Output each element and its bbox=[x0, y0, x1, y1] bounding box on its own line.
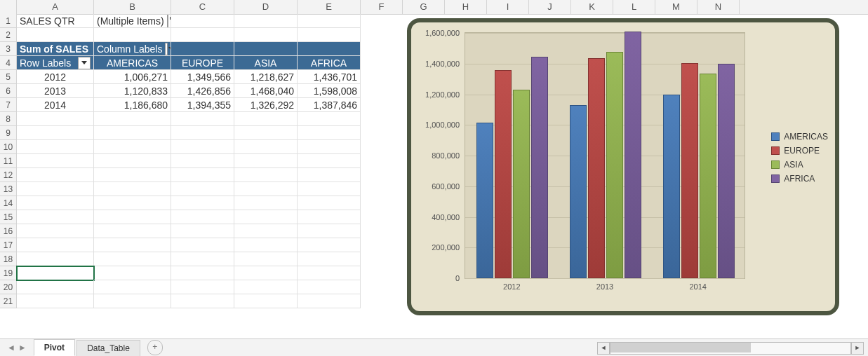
cell[interactable] bbox=[234, 140, 298, 154]
cell[interactable] bbox=[94, 28, 171, 42]
cell[interactable] bbox=[298, 238, 361, 252]
pivot-value[interactable]: 1,394,355 bbox=[171, 98, 234, 112]
cell[interactable] bbox=[234, 280, 298, 294]
cell[interactable] bbox=[171, 126, 234, 140]
cell[interactable] bbox=[94, 126, 171, 140]
cell[interactable] bbox=[298, 224, 361, 238]
col-header-D[interactable]: D bbox=[234, 0, 298, 14]
row-header[interactable]: 2 bbox=[0, 28, 17, 42]
filter-dropdown-icon[interactable] bbox=[167, 15, 168, 27]
cell[interactable] bbox=[298, 154, 361, 168]
col-header-G[interactable]: G bbox=[403, 0, 445, 14]
row-dropdown-icon[interactable] bbox=[78, 57, 91, 69]
cell[interactable] bbox=[298, 196, 361, 210]
scroll-thumb[interactable] bbox=[610, 343, 751, 352]
pivot-value[interactable]: 1,186,680 bbox=[94, 98, 171, 112]
cell[interactable] bbox=[234, 294, 298, 308]
cell[interactable] bbox=[298, 126, 361, 140]
cell[interactable] bbox=[234, 168, 298, 182]
cell[interactable] bbox=[234, 182, 298, 196]
cell[interactable] bbox=[298, 252, 361, 266]
pivot-value[interactable]: 1,436,701 bbox=[298, 70, 361, 84]
cell[interactable] bbox=[94, 140, 171, 154]
cell[interactable] bbox=[171, 196, 234, 210]
horizontal-scrollbar[interactable]: ◄ ► bbox=[597, 343, 864, 354]
cell[interactable] bbox=[171, 224, 234, 238]
column-dropdown-icon[interactable] bbox=[165, 43, 168, 55]
pivot-chart[interactable]: 0200,000400,000600,000800,0001,000,0001,… bbox=[407, 18, 839, 315]
row-header[interactable]: 15 bbox=[0, 210, 17, 224]
pivot-row-header[interactable]: 2012 bbox=[17, 70, 94, 84]
cell[interactable] bbox=[234, 196, 298, 210]
cell[interactable] bbox=[17, 126, 94, 140]
cell[interactable] bbox=[17, 224, 94, 238]
pivot-col-header[interactable]: AMERICAS bbox=[94, 56, 171, 70]
cell[interactable] bbox=[17, 210, 94, 224]
cell[interactable] bbox=[17, 140, 94, 154]
select-all-corner[interactable] bbox=[0, 0, 17, 14]
pivot-value[interactable]: 1,468,040 bbox=[234, 84, 298, 98]
cell[interactable] bbox=[171, 28, 234, 42]
cell[interactable] bbox=[94, 154, 171, 168]
col-header-B[interactable]: B bbox=[94, 0, 171, 14]
pivot-value[interactable]: 1,349,566 bbox=[171, 70, 234, 84]
pivot-row-labels[interactable]: Row Labels bbox=[17, 56, 94, 70]
row-header[interactable]: 12 bbox=[0, 168, 17, 182]
row-header[interactable]: 5 bbox=[0, 70, 17, 84]
row-header[interactable]: 17 bbox=[0, 238, 17, 252]
cell[interactable] bbox=[298, 280, 361, 294]
col-header-L[interactable]: L bbox=[613, 0, 655, 14]
cell[interactable] bbox=[234, 210, 298, 224]
col-header-M[interactable]: M bbox=[655, 0, 697, 14]
cell[interactable] bbox=[171, 294, 234, 308]
cell[interactable] bbox=[171, 14, 234, 28]
cell[interactable] bbox=[171, 280, 234, 294]
row-header[interactable]: 11 bbox=[0, 154, 17, 168]
cell[interactable] bbox=[234, 224, 298, 238]
cell[interactable] bbox=[171, 266, 234, 280]
row-header[interactable]: 1 bbox=[0, 14, 17, 28]
row-header[interactable]: 16 bbox=[0, 224, 17, 238]
tab-nav-next-icon[interactable]: ► bbox=[18, 343, 27, 352]
cell[interactable] bbox=[94, 224, 171, 238]
scroll-right-icon[interactable]: ► bbox=[851, 342, 864, 355]
cell[interactable] bbox=[298, 14, 361, 28]
row-header[interactable]: 4 bbox=[0, 56, 17, 70]
cell[interactable] bbox=[94, 294, 171, 308]
row-header[interactable]: 8 bbox=[0, 112, 17, 126]
pivot-col-header[interactable]: ASIA bbox=[234, 56, 298, 70]
cell[interactable] bbox=[234, 126, 298, 140]
cell[interactable] bbox=[94, 266, 171, 280]
cell[interactable] bbox=[17, 294, 94, 308]
cell[interactable] bbox=[234, 266, 298, 280]
row-header[interactable]: 6 bbox=[0, 84, 17, 98]
sheet-tab-data-table[interactable]: Data_Table bbox=[76, 340, 140, 356]
cell[interactable] bbox=[17, 280, 94, 294]
row-header[interactable]: 20 bbox=[0, 280, 17, 294]
pivot-value[interactable]: 1,120,833 bbox=[94, 84, 171, 98]
row-header[interactable]: 9 bbox=[0, 126, 17, 140]
cell[interactable] bbox=[234, 42, 298, 56]
cell[interactable] bbox=[171, 154, 234, 168]
cell[interactable] bbox=[17, 168, 94, 182]
cell[interactable] bbox=[234, 112, 298, 126]
pivot-filter-value[interactable]: (Multiple Items) bbox=[94, 14, 171, 28]
cell[interactable] bbox=[171, 182, 234, 196]
col-header-J[interactable]: J bbox=[529, 0, 571, 14]
cell[interactable] bbox=[17, 154, 94, 168]
cell[interactable] bbox=[298, 28, 361, 42]
col-header-E[interactable]: E bbox=[298, 0, 361, 14]
pivot-value[interactable]: 1,598,008 bbox=[298, 84, 361, 98]
cell[interactable] bbox=[234, 28, 298, 42]
cell[interactable] bbox=[234, 154, 298, 168]
cell[interactable] bbox=[171, 238, 234, 252]
col-header-F[interactable]: F bbox=[361, 0, 403, 14]
col-header-C[interactable]: C bbox=[171, 0, 234, 14]
col-header-N[interactable]: N bbox=[697, 0, 740, 14]
cell[interactable] bbox=[17, 196, 94, 210]
col-header-K[interactable]: K bbox=[571, 0, 613, 14]
pivot-value[interactable]: 1,006,271 bbox=[94, 70, 171, 84]
row-header[interactable]: 3 bbox=[0, 42, 17, 56]
cell[interactable] bbox=[298, 294, 361, 308]
cell[interactable] bbox=[17, 28, 94, 42]
